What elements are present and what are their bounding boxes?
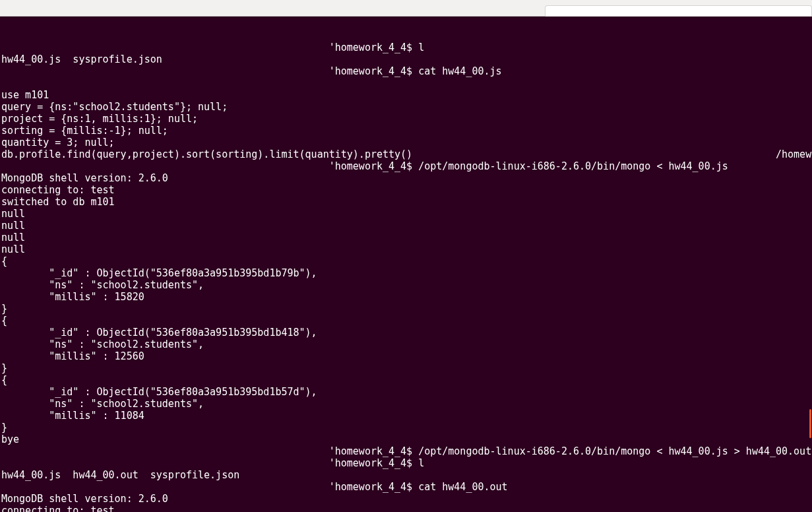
terminal-line: connecting to: test <box>1 505 811 512</box>
terminal-line: switched to db m101 <box>1 196 811 208</box>
terminal-line: query = {ns:"school2.students"}; null; <box>1 101 811 113</box>
window-titlebar <box>0 0 812 16</box>
terminal-line: } <box>1 362 811 374</box>
terminal-line: use m101 <box>1 89 811 101</box>
scrollbar-thumb[interactable] <box>809 409 811 438</box>
terminal-line: "_id" : ObjectId("536ef80a3a951b395bd1b5… <box>1 386 811 398</box>
terminal-line: "millis" : 12560 <box>1 350 811 362</box>
terminal-viewport[interactable]: 'homework_4_4$ lhw44_00.js sysprofile.js… <box>0 16 812 512</box>
terminal-line: db.profile.find(query,project).sort(sort… <box>1 148 811 160</box>
terminal-line: "ns" : "school2.students", <box>1 338 811 350</box>
terminal-line: 'homework_4_4$ /opt/mongodb-linux-i686-2… <box>1 160 811 172</box>
terminal-line: "millis" : 11084 <box>1 410 811 422</box>
terminal-line: { <box>1 255 811 267</box>
terminal-line: quantity = 3; null; <box>1 137 811 148</box>
terminal-line: MongoDB shell version: 2.6.0 <box>1 172 811 184</box>
terminal-line <box>1 77 811 89</box>
terminal-line: "ns" : "school2.students", <box>1 398 811 410</box>
terminal-line: "ns" : "school2.students", <box>1 279 811 291</box>
terminal-line: bye <box>1 433 811 445</box>
terminal-line: } <box>1 303 811 315</box>
terminal-line: null <box>1 220 811 232</box>
terminal-line: MongoDB shell version: 2.6.0 <box>1 493 811 505</box>
terminal-line: "_id" : ObjectId("536ef80a3a951b395bd1b7… <box>1 267 811 279</box>
terminal-line: 'homework_4_4$ l <box>1 42 811 53</box>
terminal-line: null <box>1 243 811 255</box>
terminal-line: hw44_00.js hw44_00.out sysprofile.json <box>1 469 811 481</box>
terminal-line: sorting = {millis:-1}; null; <box>1 125 811 137</box>
terminal-line: hw44_00.js sysprofile.json <box>1 53 811 65</box>
terminal-line: 'homework_4_4$ /opt/mongodb-linux-i686-2… <box>1 445 811 457</box>
terminal-line: "_id" : ObjectId("536ef80a3a951b395bd1b4… <box>1 327 811 338</box>
terminal-line: "millis" : 15820 <box>1 291 811 303</box>
terminal-line: null <box>1 208 811 220</box>
background-tab[interactable] <box>545 5 812 16</box>
terminal-line: null <box>1 232 811 243</box>
terminal-line: 'homework_4_4$ cat hw44_00.out <box>1 481 811 493</box>
terminal-line: { <box>1 374 811 386</box>
terminal-line: 'homework_4_4$ l <box>1 457 811 469</box>
terminal-line: { <box>1 315 811 327</box>
terminal-line: project = {ns:1, millis:1}; null; <box>1 113 811 125</box>
terminal-line: connecting to: test <box>1 184 811 196</box>
terminal-output: 'homework_4_4$ lhw44_00.js sysprofile.js… <box>1 42 811 512</box>
terminal-line: } <box>1 422 811 433</box>
terminal-line: 'homework_4_4$ cat hw44_00.js <box>1 65 811 77</box>
